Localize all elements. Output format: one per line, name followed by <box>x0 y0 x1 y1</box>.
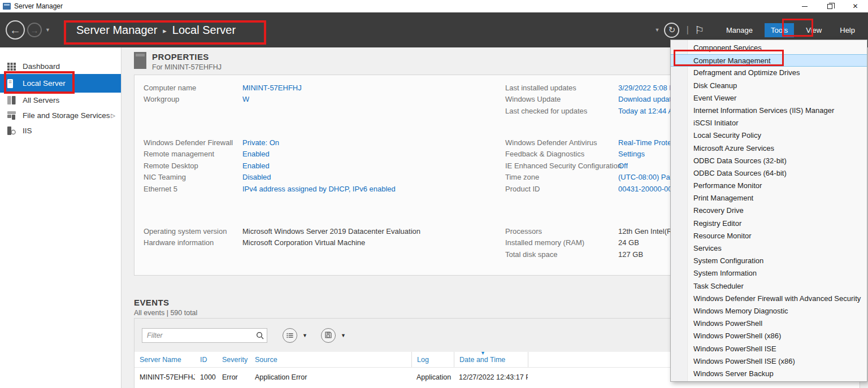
tools-menu-item-recovery-drive[interactable]: Recovery Drive <box>671 204 867 217</box>
tools-menu-item-local-security-policy[interactable]: Local Security Policy <box>671 129 867 142</box>
notifications-flag-icon[interactable]: ⚐ <box>695 24 704 37</box>
history-chevron-down-icon[interactable]: ▼ <box>45 27 50 33</box>
refresh-icon: ↻ <box>669 25 676 35</box>
property-label: IE Enhanced Security Configuration <box>505 162 618 170</box>
tools-menu-item-registry-editor[interactable]: Registry Editor <box>671 217 867 230</box>
search-icon <box>256 332 264 342</box>
tools-menu-item-computer-management[interactable]: Computer Management <box>671 54 867 67</box>
storage-icon <box>7 111 18 120</box>
tools-menu-item-microsoft-azure-services[interactable]: Microsoft Azure Services <box>671 142 867 155</box>
property-row-computer-name: Computer nameMININT-57EHFHJ <box>144 82 500 94</box>
sidebar-item-label: File and Storage Services <box>23 111 110 120</box>
close-button[interactable]: ✕ <box>843 0 868 12</box>
tools-menu-item-defragment-and-optimize-drives[interactable]: Defragment and Optimize Drives <box>671 67 867 79</box>
tools-menu-item-windows-powershell-ise-x86[interactable]: Windows PowerShell ISE (x86) <box>671 355 867 368</box>
tools-menu-item-windows-memory-diagnostic[interactable]: Windows Memory Diagnostic <box>671 305 867 317</box>
property-group: Windows Defender FirewallPrivate: OnRemo… <box>144 137 500 195</box>
list-icon <box>287 330 293 341</box>
sidebar-item-label: Local Server <box>23 79 66 88</box>
menu-tools[interactable]: Tools <box>765 23 794 37</box>
property-row-windows-defender-firewall: Windows Defender FirewallPrivate: On <box>144 137 500 149</box>
notifications-chevron-down-icon[interactable]: ▼ <box>655 27 660 33</box>
sidebar-item-file-and-storage-services[interactable]: File and Storage Services▷ <box>0 108 121 123</box>
property-label: Remote management <box>144 150 242 158</box>
tools-menu-item-resource-monitor[interactable]: Resource Monitor <box>671 230 867 242</box>
tools-menu-item-windows-powershell-ise[interactable]: Windows PowerShell ISE <box>671 343 867 355</box>
back-arrow-icon: ← <box>10 24 21 37</box>
column-header-server-name[interactable]: Server Name <box>134 352 195 367</box>
all-servers-icon <box>7 96 18 105</box>
tools-menu-item-iscsi-initiator[interactable]: iSCSI Initiator <box>671 117 867 129</box>
events-save-query-button[interactable] <box>321 328 336 343</box>
events-filter <box>142 328 267 343</box>
tools-menu-item-windows-powershell-x86[interactable]: Windows PowerShell (x86) <box>671 330 867 342</box>
property-value[interactable]: W <box>242 95 249 103</box>
sidebar-item-all-servers[interactable]: All Servers <box>0 93 121 108</box>
tools-menu-item-windows-defender-firewall-with-advanced-security[interactable]: Windows Defender Firewall with Advanced … <box>671 293 867 305</box>
tools-menu-item-component-services[interactable]: Component Services <box>671 42 867 54</box>
tools-menu-item-system-configuration[interactable]: System Configuration <box>671 255 867 267</box>
property-group: Computer nameMININT-57EHFHJWorkgroupW <box>144 82 500 105</box>
events-save-chevron-down-icon[interactable]: ▼ <box>341 333 346 338</box>
server-icon <box>7 79 18 88</box>
column-header-id[interactable]: ID <box>195 352 217 367</box>
tools-menu-item-task-scheduler[interactable]: Task Scheduler <box>671 280 867 293</box>
tools-menu-item-services[interactable]: Services <box>671 242 867 255</box>
property-value[interactable]: IPv4 address assigned by DHCP, IPv6 enab… <box>242 185 396 193</box>
restore-button[interactable] <box>817 0 843 12</box>
property-label: Remote Desktop <box>144 162 242 170</box>
tools-menu-item-disk-cleanup[interactable]: Disk Cleanup <box>671 80 867 92</box>
tools-menu-item-windows-server-backup[interactable]: Windows Server Backup <box>671 368 867 380</box>
property-label: Windows Update <box>505 95 618 103</box>
tools-menu-item-event-viewer[interactable]: Event Viewer <box>671 92 867 104</box>
tools-menu-item-odbc-data-sources-32-bit[interactable]: ODBC Data Sources (32-bit) <box>671 155 867 167</box>
tools-menu-item-internet-information-services-iis-manager[interactable]: Internet Information Services (IIS) Mana… <box>671 104 867 117</box>
property-value[interactable]: Private: On <box>242 138 279 147</box>
navbar-menu: ManageToolsViewHelp <box>714 23 861 37</box>
close-icon: ✕ <box>852 2 858 10</box>
column-header-severity[interactable]: Severity <box>217 352 250 367</box>
menu-manage[interactable]: Manage <box>720 23 759 37</box>
property-value[interactable]: MININT-57EHFHJ <box>242 84 302 92</box>
menu-view[interactable]: View <box>800 23 828 37</box>
tools-menu-item-windows-powershell[interactable]: Windows PowerShell <box>671 317 867 330</box>
tools-menu-item-odbc-data-sources-64-bit[interactable]: ODBC Data Sources (64-bit) <box>671 167 867 180</box>
tools-menu-item-performance-monitor[interactable]: Performance Monitor <box>671 180 867 192</box>
events-view-chevron-down-icon[interactable]: ▼ <box>302 333 307 338</box>
property-value[interactable]: Settings <box>618 150 645 158</box>
minimize-button[interactable] <box>792 0 817 12</box>
property-value[interactable]: Off <box>618 162 628 170</box>
property-label: Hardware information <box>144 238 242 247</box>
property-label: Windows Defender Firewall <box>144 138 242 147</box>
expand-arrow-icon[interactable]: ▷ <box>111 112 115 119</box>
property-label: Operating system version <box>144 227 242 236</box>
property-value[interactable]: Disabled <box>242 173 271 181</box>
property-label: Windows Defender Antivirus <box>505 138 618 147</box>
events-filter-input[interactable] <box>142 328 267 343</box>
iis-icon <box>7 127 18 136</box>
column-header-log[interactable]: Log <box>411 352 454 367</box>
sidebar-item-local-server[interactable]: Local Server <box>0 74 121 93</box>
refresh-button[interactable]: ↻ <box>664 23 679 38</box>
menu-help[interactable]: Help <box>834 23 861 37</box>
property-label: NIC Teaming <box>144 173 242 181</box>
properties-left-column: Computer nameMININT-57EHFHJWorkgroupWWin… <box>144 75 500 275</box>
sidebar-item-iis[interactable]: IIS <box>0 123 121 138</box>
breadcrumb-separator-icon: ▸ <box>163 27 167 35</box>
back-button[interactable]: ← <box>6 20 25 40</box>
property-value[interactable]: Enabled <box>242 150 270 158</box>
title-bar: Server Manager ✕ <box>0 0 868 12</box>
breadcrumb-root[interactable]: Server Manager <box>76 24 157 37</box>
sidebar-item-dashboard[interactable]: Dashboard <box>0 59 121 74</box>
tools-menu-item-system-information[interactable]: System Information <box>671 267 867 280</box>
tools-menu-item-print-management[interactable]: Print Management <box>671 192 867 204</box>
tools-menu-items: Component ServicesComputer ManagementDef… <box>671 42 867 380</box>
events-view-options-button[interactable] <box>283 328 297 343</box>
column-header-source[interactable]: Source <box>250 352 411 367</box>
column-header-date-and-time[interactable]: Date and Time▼ <box>454 352 528 367</box>
property-label: Last checked for updates <box>505 107 618 115</box>
forward-button[interactable]: → <box>27 23 42 37</box>
property-group: Operating system versionMicrosoft Window… <box>144 225 500 249</box>
window-controls: ✕ <box>792 0 868 12</box>
property-value[interactable]: Enabled <box>242 162 270 170</box>
